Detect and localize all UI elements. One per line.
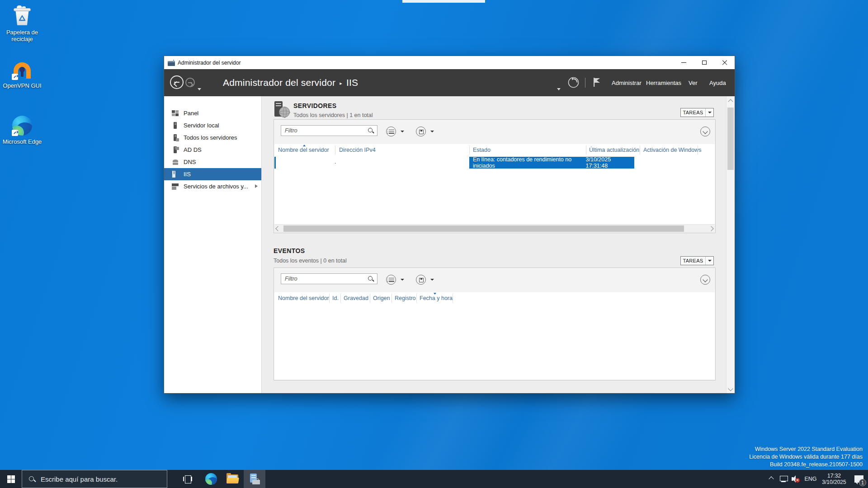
title-bar[interactable]: Administrador del servidor xyxy=(164,56,735,69)
scroll-up-icon[interactable] xyxy=(728,99,733,104)
menu-herramientas[interactable]: Herramientas xyxy=(646,69,681,96)
back-button[interactable] xyxy=(170,75,184,89)
server-row[interactable]: . En línea: contadores de rendimiento no… xyxy=(274,157,715,169)
sidebar-item-ad-ds[interactable]: AD DS xyxy=(164,144,261,156)
start-button[interactable] xyxy=(0,470,22,488)
servers-tasks-button[interactable]: TAREAS xyxy=(680,108,714,117)
tray-network-button[interactable] xyxy=(778,470,789,488)
forward-arrow-icon xyxy=(188,82,192,83)
column-header-activacion[interactable]: Activación de Windows xyxy=(643,147,702,153)
tray-show-hidden-button[interactable] xyxy=(766,470,777,488)
saved-queries-button[interactable] xyxy=(386,275,396,285)
sidebar-item-panel[interactable]: Panel xyxy=(164,107,261,119)
search-placeholder: Escribe aquí para buscar. xyxy=(41,475,118,483)
collapse-tile-button[interactable] xyxy=(700,127,710,136)
breadcrumb-root[interactable]: Administrador del servidor xyxy=(223,77,335,88)
navigation-bar: Administrador del servidor ▸ IIS xyxy=(164,69,735,96)
menu-ayuda[interactable]: Ayuda xyxy=(709,69,726,96)
column-header-fecha[interactable]: Fecha y hora xyxy=(420,295,453,301)
save-dropdown-icon[interactable] xyxy=(430,279,434,281)
servers-tile-icon xyxy=(274,100,290,117)
license-line-1: Windows Server 2022 Standard Evaluation xyxy=(749,446,863,453)
column-header-id[interactable]: Id. xyxy=(332,295,339,301)
queries-dropdown-icon[interactable] xyxy=(401,279,404,281)
windows-logo-icon xyxy=(7,475,15,483)
sidebar-item-servidor-local[interactable]: Servidor local xyxy=(164,119,261,131)
column-header-ipv4[interactable]: Dirección IPv4 xyxy=(339,147,376,153)
desktop-icon-label: OpenVPN GUI xyxy=(0,82,44,89)
breadcrumb-current[interactable]: IIS xyxy=(346,77,358,88)
breadcrumb-separator-icon: ▸ xyxy=(335,80,346,86)
server-row-status-cells[interactable]: En línea: contadores de rendimiento no i… xyxy=(469,157,634,169)
scroll-left-icon[interactable] xyxy=(275,226,280,231)
edge-icon xyxy=(205,473,217,485)
task-view-button[interactable] xyxy=(177,470,198,488)
notifications-flag-button[interactable] xyxy=(592,77,601,88)
taskbar-server-manager-button[interactable] xyxy=(244,470,265,488)
scroll-right-icon[interactable] xyxy=(708,226,713,231)
collapse-tile-button[interactable] xyxy=(700,275,710,285)
menu-ver[interactable]: Ver xyxy=(689,69,698,96)
taskbar-edge-button[interactable] xyxy=(200,470,222,488)
maximize-button[interactable] xyxy=(694,56,714,69)
scrollbar-thumb[interactable] xyxy=(727,108,734,170)
events-filter-input[interactable] xyxy=(281,273,377,284)
column-header-estado[interactable]: Estado xyxy=(473,147,491,153)
license-watermark: Windows Server 2022 Standard Evaluation … xyxy=(749,446,863,469)
horizontal-scrollbar[interactable] xyxy=(274,224,715,232)
desktop-icon-edge[interactable]: Microsoft Edge xyxy=(0,115,44,145)
sidebar-item-servicios-archivos[interactable]: Servicios de archivos y... xyxy=(164,180,261,192)
license-line-3: Build 20348.fe_release.210507-1500 xyxy=(749,461,863,469)
sidebar-item-todos-los-servidores[interactable]: Todos los servidores xyxy=(164,131,261,144)
saved-queries-button[interactable] xyxy=(386,127,396,136)
column-header-nombre[interactable]: Nombre del servidor xyxy=(278,295,329,301)
tray-clock-button[interactable]: 17:32 3/10/2025 xyxy=(819,470,849,488)
column-header-gravedad[interactable]: Gravedad xyxy=(344,295,368,301)
column-header-actualizacion[interactable]: Última actualización xyxy=(589,147,639,153)
servers-filter-input[interactable] xyxy=(281,125,377,136)
tasks-label: TAREAS xyxy=(681,258,705,263)
column-header-origen[interactable]: Origen xyxy=(373,295,390,301)
search-icon[interactable] xyxy=(368,276,374,282)
column-header-nombre[interactable]: Nombre del servidor xyxy=(278,147,329,153)
forward-button[interactable] xyxy=(185,78,195,87)
chevron-down-icon xyxy=(703,129,708,134)
queries-dropdown-icon[interactable] xyxy=(401,131,404,132)
save-query-button[interactable] xyxy=(416,275,426,285)
maximize-icon xyxy=(702,61,707,65)
close-button[interactable] xyxy=(714,56,735,69)
sidebar-item-dns[interactable]: DNS xyxy=(164,156,261,168)
chevron-down-icon xyxy=(703,277,708,282)
server-dropdown-icon[interactable] xyxy=(557,88,561,90)
recycle-symbol-icon xyxy=(18,14,27,23)
refresh-button[interactable] xyxy=(567,76,580,89)
minimize-button[interactable] xyxy=(674,56,694,69)
scroll-down-icon[interactable] xyxy=(728,386,733,391)
save-icon xyxy=(419,130,424,134)
expand-chevron-icon[interactable] xyxy=(255,184,258,188)
taskbar-explorer-button[interactable] xyxy=(222,470,243,488)
scrollbar-thumb[interactable] xyxy=(283,225,684,232)
column-header-registro[interactable]: Registro xyxy=(395,295,416,301)
servers-subtitle: Todos los servidores | 1 en total xyxy=(293,112,373,118)
desktop-icon-recycle-bin[interactable]: Papelera de reciclaje xyxy=(0,5,44,42)
desktop: Papelera de reciclaje OpenVPN GUI Micros… xyxy=(0,0,868,488)
tray-volume-button[interactable] xyxy=(789,470,802,488)
save-dropdown-icon[interactable] xyxy=(430,131,434,132)
taskbar-search[interactable]: Escribe aquí para buscar. xyxy=(22,470,167,488)
toolbar-separator xyxy=(585,78,585,88)
shortcut-arrow-icon xyxy=(12,130,18,136)
sidebar-item-iis[interactable]: IIS xyxy=(164,168,261,180)
vertical-scrollbar[interactable] xyxy=(726,96,735,393)
desktop-icon-openvpn[interactable]: OpenVPN GUI xyxy=(0,59,44,89)
search-icon[interactable] xyxy=(368,127,374,134)
history-dropdown-icon[interactable] xyxy=(198,88,201,90)
window-content: Panel Servidor local Todos los servidore… xyxy=(164,96,735,393)
events-tasks-button[interactable]: TAREAS xyxy=(680,256,714,265)
local-server-icon xyxy=(172,122,179,129)
tray-language-button[interactable]: ENG xyxy=(802,470,819,488)
tray-action-center-button[interactable]: 1 xyxy=(850,470,868,488)
save-query-button[interactable] xyxy=(416,127,426,136)
flag-icon xyxy=(592,77,601,88)
menu-administrar[interactable]: Administrar xyxy=(612,69,642,96)
